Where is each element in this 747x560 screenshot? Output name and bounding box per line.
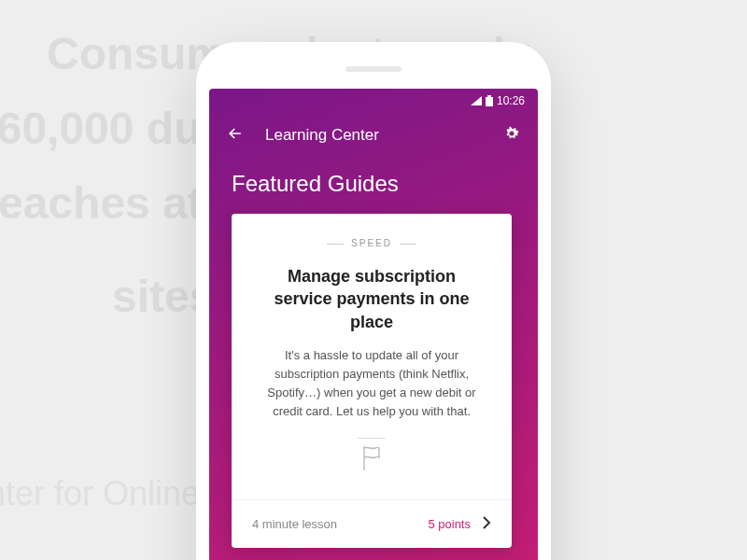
phone-frame: 10:26 Learning Center Featured Guides SP… [196, 42, 551, 560]
svg-rect-1 [487, 95, 491, 97]
lesson-duration: 4 minute lesson [252, 517, 428, 531]
settings-icon[interactable] [502, 124, 521, 147]
chevron-right-icon[interactable] [482, 515, 491, 533]
flag-icon [355, 441, 388, 475]
app-bar: Learning Center [209, 113, 538, 158]
card-description: It's a hassle to update all of your subs… [258, 346, 486, 422]
section-title: Featured Guides [209, 158, 538, 214]
card-tag: SPEED [258, 238, 486, 248]
status-bar: 10:26 [209, 89, 538, 113]
back-icon[interactable] [226, 124, 245, 147]
lesson-points: 5 points [428, 517, 471, 531]
app-bar-title: Learning Center [265, 126, 482, 145]
battery-icon [486, 95, 493, 106]
card-body: SPEED Manage subscription service paymen… [232, 214, 512, 499]
card-title: Manage subscription service payments in … [258, 265, 486, 333]
status-time: 10:26 [497, 94, 525, 107]
screen: 10:26 Learning Center Featured Guides SP… [209, 89, 538, 560]
card-carousel[interactable]: SPEED Manage subscription service paymen… [209, 214, 538, 548]
guide-card[interactable]: SPEED Manage subscription service paymen… [232, 214, 512, 548]
svg-rect-0 [486, 97, 493, 106]
phone-speaker [345, 66, 402, 72]
card-footer: 4 minute lesson 5 points [232, 499, 512, 548]
signal-icon [471, 96, 482, 105]
